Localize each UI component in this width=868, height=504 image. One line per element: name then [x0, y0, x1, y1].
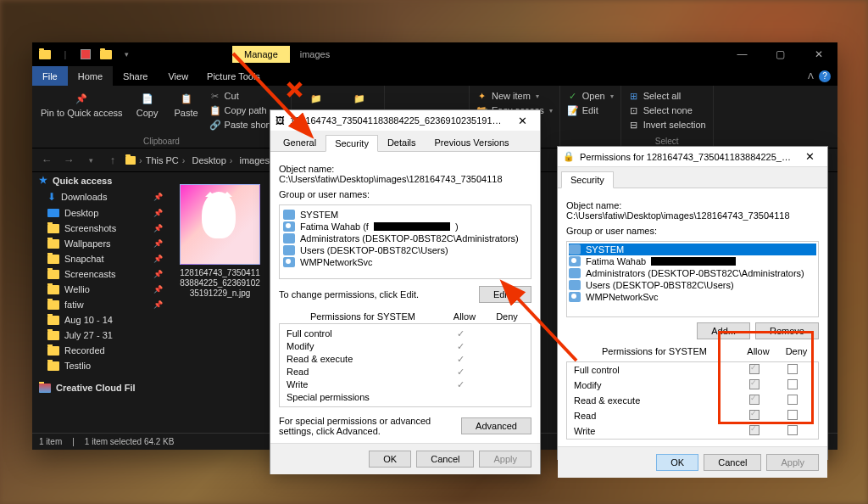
properties-dialog: 🖼 128164743_735041183884225_623691023519…	[270, 109, 541, 474]
shortcut-icon: 🔗	[209, 119, 221, 131]
open-button[interactable]: ✓Open	[565, 89, 615, 103]
select-all-button[interactable]: ⊞Select all	[626, 89, 708, 103]
nav-wellio[interactable]: Wellio📌	[32, 282, 168, 297]
apply-button[interactable]: Apply	[766, 454, 819, 471]
edit-button[interactable]: 📝Edit	[565, 104, 615, 117]
object-name-value: C:\Users\fatiw\Desktop\images\128164743_…	[279, 174, 503, 184]
pin-to-quick-button[interactable]: 📌 Pin to Quick access	[37, 89, 126, 135]
user-administrators[interactable]: Administrators (DESKTOP-0BST82C\Administ…	[569, 267, 816, 279]
folder-icon	[47, 346, 59, 356]
close-button[interactable]: ✕	[797, 150, 822, 163]
ok-button[interactable]: OK	[656, 454, 698, 471]
apply-button[interactable]: Apply	[479, 451, 531, 468]
nav-screencasts[interactable]: Screencasts📌	[32, 266, 168, 282]
redacted	[651, 257, 736, 266]
tab-share[interactable]: Share	[113, 66, 158, 86]
ok-button[interactable]: OK	[369, 451, 411, 468]
collapse-ribbon-icon[interactable]: ᐱ	[808, 71, 814, 81]
tab-general[interactable]: General	[274, 134, 326, 151]
edit-icon: 📝	[567, 104, 579, 116]
tab-view[interactable]: View	[158, 66, 198, 86]
thumbnail-image	[180, 184, 260, 265]
folder-icon	[125, 156, 136, 165]
help-icon[interactable]: ?	[819, 70, 831, 82]
tab-home[interactable]: Home	[68, 66, 113, 86]
user-wmp[interactable]: WMPNetworkSvc	[569, 291, 816, 303]
pin-icon: 📌	[153, 300, 163, 309]
folder-icon	[47, 285, 59, 294]
user-system[interactable]: SYSTEM	[569, 244, 816, 255]
nav-quick-access[interactable]: ★Quick access	[32, 172, 168, 188]
qat-dropdown-icon[interactable]: ▾	[117, 45, 136, 64]
breadcrumb[interactable]: › This PC Desktop images	[125, 155, 276, 165]
edit-button[interactable]: Edit...	[479, 286, 531, 303]
manage-context-tab[interactable]: Manage	[232, 46, 290, 63]
image-file-icon: 🖼	[275, 115, 285, 126]
nav-downloads[interactable]: ⬇Downloads📌	[32, 188, 168, 205]
pin-icon: 📌	[74, 91, 89, 106]
qat-toggle-icon[interactable]	[76, 45, 95, 64]
nav-creative-cloud[interactable]: Creative Cloud Fil	[32, 380, 168, 395]
cancel-button[interactable]: Cancel	[416, 451, 474, 468]
status-selection: 1 item selected 64.2 KB	[85, 437, 175, 446]
tab-security[interactable]: Security	[561, 171, 614, 188]
recent-dropdown[interactable]: ▾	[81, 151, 100, 170]
user-system[interactable]: SYSTEM	[283, 209, 527, 221]
user-list[interactable]: SYSTEM Fatima Wahab (f) Administrators (…	[279, 204, 531, 279]
pin-icon: 📌	[153, 224, 163, 232]
nav-testlio[interactable]: Testlio	[32, 358, 168, 373]
user-users[interactable]: Users (DESKTOP-0BST82C\Users)	[283, 244, 527, 256]
users-icon	[283, 233, 295, 244]
tab-previous-versions[interactable]: Previous Versions	[426, 134, 519, 151]
nav-july[interactable]: July 27 - 31	[32, 328, 168, 343]
tab-security[interactable]: Security	[326, 135, 378, 152]
pin-icon: 📌	[153, 193, 163, 201]
tab-picture-tools[interactable]: Picture Tools	[198, 66, 269, 86]
file-thumbnail[interactable]: 128164743_735041183884225_62369102351912…	[180, 184, 260, 299]
folder-icon	[47, 316, 59, 325]
forward-button[interactable]: →	[59, 151, 78, 170]
allow-checkbox[interactable]	[749, 425, 760, 435]
nav-recorded[interactable]: Recorded	[32, 343, 168, 358]
close-button[interactable]: ✕	[799, 42, 837, 66]
qat-separator: |	[56, 45, 75, 64]
minimize-button[interactable]: —	[723, 42, 761, 66]
user-users[interactable]: Users (DESKTOP-0BST82C\Users)	[569, 279, 816, 291]
tab-file[interactable]: File	[32, 66, 68, 86]
nav-snapchat[interactable]: Snapchat📌	[32, 251, 168, 266]
copy-path-icon: 📋	[209, 104, 221, 116]
user-icon	[283, 221, 295, 232]
new-item-button[interactable]: ✦New item	[475, 89, 554, 103]
properties-tabs: General Security Details Previous Versio…	[270, 131, 540, 152]
object-name-value: C:\Users\fatiw\Desktop\images\128164743_…	[566, 210, 790, 221]
back-button[interactable]: ←	[37, 151, 56, 170]
invert-selection-button[interactable]: ⊟Invert selection	[626, 118, 708, 132]
up-button[interactable]: ↑	[103, 151, 122, 170]
user-fatima[interactable]: Fatima Wahab	[569, 255, 816, 267]
advanced-button[interactable]: Advanced	[461, 417, 531, 434]
star-icon: ★	[39, 175, 47, 186]
paste-button[interactable]: 📋 Paste	[169, 89, 204, 135]
paste-icon: 📋	[179, 91, 194, 106]
user-wmp[interactable]: WMPNetworkSvc	[283, 256, 527, 268]
nav-wallpapers[interactable]: Wallpapers📌	[32, 236, 168, 251]
maximize-button[interactable]: ▢	[761, 42, 799, 66]
close-button[interactable]: ✕	[509, 115, 535, 127]
user-fatima[interactable]: Fatima Wahab (f)	[283, 221, 527, 232]
nav-fatiw[interactable]: fatiw📌	[32, 297, 168, 312]
advanced-text: For special permissions or advanced sett…	[279, 416, 461, 436]
nav-aug[interactable]: Aug 10 - 14	[32, 312, 168, 328]
nav-screenshots[interactable]: Screenshots📌	[32, 221, 168, 236]
user-administrators[interactable]: Administrators (DESKTOP-0BST82C\Administ…	[283, 232, 527, 244]
cancel-button[interactable]: Cancel	[704, 454, 761, 471]
nav-desktop[interactable]: Desktop📌	[32, 205, 168, 221]
new-item-icon: ✦	[476, 90, 488, 102]
user-list[interactable]: SYSTEM Fatima Wahab Administrators (DESK…	[566, 241, 819, 317]
cut-button[interactable]: ✂Cut	[208, 89, 286, 103]
tab-details[interactable]: Details	[378, 134, 426, 151]
select-none-button[interactable]: ⊡Select none	[626, 104, 708, 117]
group-label: Group or user names:	[279, 189, 531, 199]
deny-checkbox[interactable]	[787, 425, 798, 435]
pin-icon: 📌	[153, 270, 163, 278]
copy-button[interactable]: 📄 Copy	[130, 89, 165, 135]
